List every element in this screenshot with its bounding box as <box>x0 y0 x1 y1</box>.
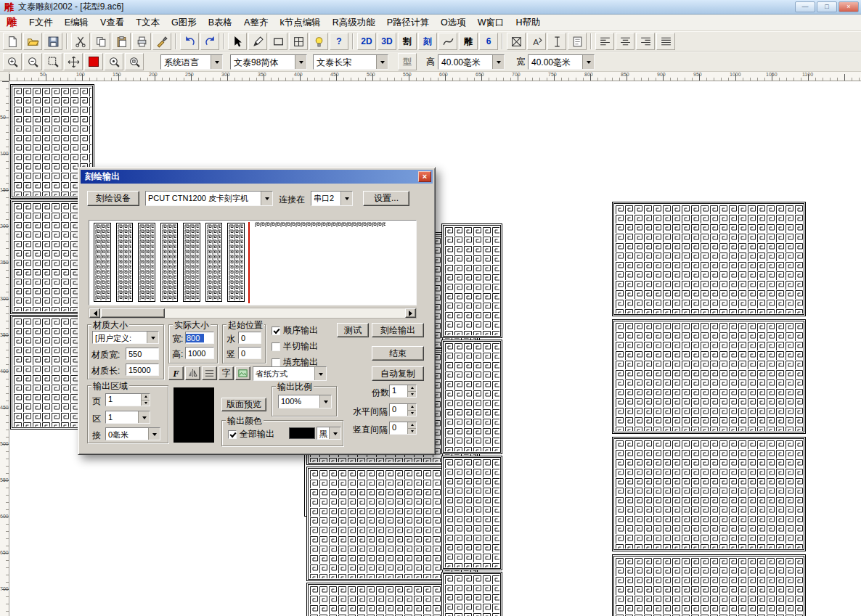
open-file-icon[interactable] <box>23 33 42 50</box>
vgap-spinner[interactable]: 0 <box>389 422 417 435</box>
spin-down[interactable] <box>408 411 416 416</box>
text-tool-button[interactable]: 字 <box>219 366 234 380</box>
material-length-input[interactable]: 15000 <box>126 364 159 376</box>
ratio-combobox[interactable]: 100% <box>278 395 332 408</box>
chevron-down-icon[interactable] <box>148 428 160 440</box>
font2-combobox[interactable]: 文泰长宋 <box>313 54 388 70</box>
zoom-in-icon[interactable] <box>3 53 22 70</box>
chevron-down-icon[interactable] <box>211 55 222 69</box>
pan-tool-icon[interactable] <box>64 53 83 70</box>
device-button[interactable]: 刻绘设备 <box>87 191 139 206</box>
minimize-button[interactable]: — <box>795 1 815 12</box>
engrave-mode-button[interactable]: 雕 <box>459 33 478 50</box>
dialog-title-bar[interactable]: 刻绘输出 × <box>81 170 433 184</box>
canvas[interactable]: 刻绘输出 × 刻绘设备 PCUT CTN1200 皮卡刻字机 连接在 串口2 设… <box>9 81 861 616</box>
chevron-down-icon[interactable] <box>492 55 504 69</box>
spin-down[interactable] <box>142 401 150 406</box>
hgap-spinner[interactable]: 0 <box>389 403 417 416</box>
chevron-down-icon[interactable] <box>329 427 340 439</box>
auto-copy-button[interactable]: 自动复制 <box>372 366 424 381</box>
font-combobox[interactable]: 文泰98简体 <box>230 54 307 70</box>
engrave-output-button[interactable]: 刻绘输出 <box>372 323 424 337</box>
spin-down[interactable] <box>408 429 416 435</box>
layout-preview-button[interactable]: 版面预览 <box>221 398 266 411</box>
menu-item-12[interactable]: H帮助 <box>510 15 547 31</box>
cut-icon[interactable] <box>71 33 90 50</box>
width-combobox[interactable]: 40.00毫米 <box>528 54 595 70</box>
paste-icon[interactable] <box>112 33 131 50</box>
tool-6-button[interactable]: 6 <box>479 33 498 50</box>
origin-v-input[interactable]: 0 <box>238 347 261 359</box>
node-delete-icon[interactable] <box>507 33 526 50</box>
redo-icon[interactable] <box>200 33 219 50</box>
format-painter-icon[interactable] <box>152 33 171 50</box>
menu-item-4[interactable]: G图形 <box>166 15 203 31</box>
rect-tool-icon[interactable] <box>269 33 287 50</box>
spin-down[interactable] <box>408 392 416 398</box>
menu-item-8[interactable]: R高级功能 <box>327 15 381 31</box>
zoom-out-icon[interactable] <box>23 53 42 70</box>
path-mode-icon[interactable] <box>438 33 457 50</box>
type-button[interactable]: 型 <box>398 53 417 70</box>
order-output-checkbox[interactable]: 顺序输出 <box>272 324 318 337</box>
menu-item-5[interactable]: B表格 <box>203 15 238 31</box>
save-icon[interactable] <box>44 33 62 50</box>
bulb-icon[interactable] <box>309 33 328 50</box>
help-icon[interactable]: ? <box>330 33 348 50</box>
menu-item-10[interactable]: O选项 <box>435 15 472 31</box>
title-bar[interactable]: 雕 文泰雕刻2002 - [花型9.ac6] — □ × <box>0 0 861 15</box>
spin-up[interactable] <box>408 404 416 411</box>
chevron-down-icon[interactable] <box>340 192 352 205</box>
menu-item-2[interactable]: V查看 <box>94 15 130 31</box>
align-justify-icon[interactable] <box>656 33 675 50</box>
page-setup-icon[interactable] <box>568 33 587 50</box>
port-combobox[interactable]: 串口2 <box>311 191 353 206</box>
scroll-right-arrow[interactable] <box>405 308 416 318</box>
pen-tool-icon[interactable] <box>248 33 267 50</box>
settings-button[interactable]: 设置... <box>363 191 409 206</box>
f-tool-button[interactable]: F <box>168 366 184 380</box>
image-tool-button[interactable] <box>235 366 250 380</box>
text-edit-icon[interactable]: A <box>527 33 546 50</box>
chevron-down-icon[interactable] <box>138 411 150 423</box>
menu-item-11[interactable]: W窗口 <box>472 15 510 31</box>
lines-tool-button[interactable] <box>202 366 217 380</box>
test-button[interactable]: 测试 <box>337 323 369 337</box>
menu-item-7[interactable]: k节点编辑 <box>274 15 326 31</box>
close-button[interactable]: × <box>838 1 859 12</box>
align-right-icon[interactable] <box>636 33 655 50</box>
chevron-down-icon[interactable] <box>314 367 326 380</box>
material-width-input[interactable]: 550 <box>126 348 159 360</box>
chevron-down-icon[interactable] <box>295 55 306 69</box>
zoom-object-icon[interactable] <box>125 53 144 70</box>
cut-mode-button[interactable]: 割 <box>398 33 417 50</box>
copy-icon[interactable] <box>91 33 110 50</box>
mode-2d-button[interactable]: 2D <box>357 33 376 50</box>
actual-height-input[interactable]: 1000 <box>185 347 214 359</box>
align-center-icon[interactable] <box>616 33 634 50</box>
material-preset-combobox[interactable]: [用户定义: <box>92 331 159 344</box>
grid-tool-icon[interactable] <box>289 33 308 50</box>
scroll-left-arrow[interactable] <box>89 308 100 318</box>
color-swatch-button[interactable] <box>84 53 103 70</box>
preview-scrollbar[interactable] <box>89 308 417 319</box>
spin-up[interactable] <box>408 422 416 429</box>
paper-mode-combobox[interactable]: 省纸方式 <box>253 366 327 381</box>
menu-item-3[interactable]: T文本 <box>130 15 166 31</box>
page-spinner[interactable]: 1 <box>105 393 150 406</box>
half-cut-checkbox[interactable]: 半切输出 <box>272 340 318 353</box>
zoom-page-icon[interactable] <box>105 53 123 70</box>
chevron-down-icon[interactable] <box>147 332 158 343</box>
spin-up[interactable] <box>142 394 150 401</box>
align-left-icon[interactable] <box>595 33 614 50</box>
color-combobox[interactable]: 黑 <box>317 427 341 440</box>
carve-mode-button[interactable]: 刻 <box>418 33 437 50</box>
end-button[interactable]: 结束 <box>372 346 424 361</box>
chevron-down-icon[interactable] <box>582 55 594 69</box>
scroll-thumb[interactable] <box>101 308 165 318</box>
copies-spinner[interactable]: 1 <box>389 385 417 398</box>
zoom-selection-icon[interactable] <box>44 53 62 70</box>
joint-combobox[interactable]: 0毫米 <box>105 427 160 440</box>
chevron-down-icon[interactable] <box>376 55 388 69</box>
menu-item-1[interactable]: E编辑 <box>59 15 94 31</box>
